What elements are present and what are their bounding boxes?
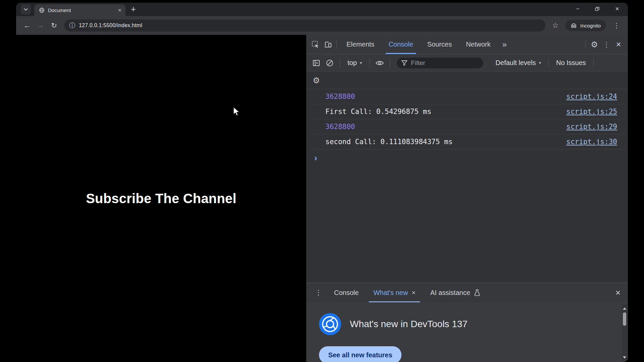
tab-sources[interactable]: Sources: [420, 35, 459, 54]
drawer-scrollbar[interactable]: [622, 304, 627, 362]
whats-new-panel: What's new in DevTools 137 See all new f…: [306, 302, 628, 362]
web-page: Subscribe The Channel: [16, 35, 306, 362]
divider: [340, 59, 340, 67]
scroll-down-icon[interactable]: [623, 356, 626, 360]
address-bar[interactable]: ⓘ 127.0.0.1:5500/index.html: [64, 19, 545, 32]
tab-console[interactable]: Console: [381, 35, 420, 54]
browser-menu-button[interactable]: ⋮: [610, 22, 623, 29]
tab-close-icon[interactable]: ×: [118, 7, 121, 13]
issues-counter[interactable]: No Issues: [553, 59, 589, 67]
console-empty-area[interactable]: [306, 162, 628, 283]
context-selector[interactable]: top ▾: [344, 59, 365, 67]
whats-new-header: What's new in DevTools 137: [319, 313, 628, 335]
window-restore-button[interactable]: [595, 6, 600, 11]
console-message-row[interactable]: second Call: 0.111083984375 ms script.js…: [311, 134, 627, 149]
divider: [548, 59, 549, 67]
devtools-tab-bar: Elements Console Sources Network » ⚙ ⋮ ×: [306, 35, 628, 54]
console-toolbar: top ▾ Default levels ▾ No Issues: [306, 54, 628, 72]
chevron-down-icon: [24, 8, 28, 11]
window-close-button[interactable]: ×: [615, 5, 619, 12]
tab-network[interactable]: Network: [459, 35, 497, 54]
device-toolbar-icon[interactable]: [322, 39, 334, 51]
incognito-icon: [570, 23, 577, 28]
content-area: Subscribe The Channel Elements Console S…: [16, 35, 628, 362]
devtools-drawer: ⋮ Console What's new × AI assistance ×: [306, 283, 628, 362]
devtools-close-icon[interactable]: ×: [612, 39, 625, 51]
console-message-text: First Call: 0.54296875 ms: [325, 108, 566, 116]
see-all-features-button[interactable]: See all new features: [319, 346, 401, 362]
mouse-cursor: [233, 107, 241, 117]
console-prompt-icon: ›: [314, 153, 317, 163]
divider: [390, 59, 390, 67]
log-levels-dropdown[interactable]: Default levels ▾: [492, 59, 544, 67]
whats-new-title: What's new in DevTools 137: [350, 319, 468, 329]
source-link[interactable]: script.js:25: [566, 108, 617, 116]
console-message-row[interactable]: 3628800 script.js:29: [311, 119, 627, 134]
console-message-text: 3628800: [325, 93, 566, 101]
console-prompt[interactable]: ›: [306, 149, 628, 162]
console-message-text: 3628800: [325, 123, 566, 131]
drawer-tab-whats-new[interactable]: What's new ×: [366, 283, 423, 302]
window-controls: − ×: [576, 5, 619, 12]
close-tab-icon[interactable]: ×: [412, 289, 416, 297]
incognito-badge: Incognito: [565, 20, 606, 31]
flask-icon: [474, 289, 480, 296]
divider: [369, 59, 370, 67]
tab-strip: Document × + − ×: [16, 3, 628, 16]
console-message-text: second Call: 0.111083984375 ms: [325, 138, 566, 146]
clear-console-icon[interactable]: [324, 57, 336, 69]
new-tab-button[interactable]: +: [131, 5, 136, 13]
drawer-menu-icon[interactable]: ⋮: [310, 289, 327, 297]
site-info-icon[interactable]: ⓘ: [69, 21, 75, 29]
console-message-row[interactable]: First Call: 0.54296875 ms script.js:25: [311, 104, 627, 119]
filter-container: [397, 58, 483, 68]
source-link[interactable]: script.js:24: [566, 93, 617, 101]
scrollbar-thumb[interactable]: [623, 312, 626, 326]
browser-window: Document × + − × ← → ↻ ⓘ 127.0.0.1:5500/…: [16, 3, 628, 362]
divider: [585, 40, 586, 49]
forward-button[interactable]: →: [35, 20, 46, 31]
console-messages: 3628800 script.js:24 First Call: 0.54296…: [306, 89, 628, 149]
bookmark-star-icon[interactable]: ☆: [552, 21, 558, 29]
console-settings-row: ⚙: [306, 72, 628, 89]
drawer-tab-console[interactable]: Console: [327, 283, 366, 302]
window-minimize-button[interactable]: −: [576, 6, 579, 12]
page-heading: Subscribe The Channel: [16, 191, 306, 206]
more-tabs-icon[interactable]: »: [498, 40, 512, 49]
globe-icon: [39, 7, 45, 13]
source-link[interactable]: script.js:29: [566, 123, 617, 131]
console-settings-icon[interactable]: ⚙: [310, 74, 322, 86]
back-button[interactable]: ←: [21, 20, 33, 31]
divider: [336, 40, 337, 49]
drawer-tab-ai-assistance[interactable]: AI assistance: [423, 283, 488, 302]
eye-icon[interactable]: [374, 57, 386, 69]
filter-funnel-icon: [401, 60, 408, 66]
console-sidebar-toggle-icon[interactable]: [310, 57, 322, 69]
filter-input[interactable]: [397, 58, 483, 68]
incognito-label: Incognito: [580, 23, 601, 28]
scroll-up-icon[interactable]: [623, 306, 626, 310]
tab-elements[interactable]: Elements: [339, 35, 381, 54]
source-link[interactable]: script.js:30: [566, 138, 617, 146]
url-text: 127.0.0.1:5500/index.html: [79, 22, 142, 28]
drawer-close-icon[interactable]: ×: [612, 288, 624, 298]
tab-search-button[interactable]: [21, 4, 31, 14]
divider: [593, 59, 594, 67]
browser-toolbar: ← → ↻ ⓘ 127.0.0.1:5500/index.html ☆ Inco…: [16, 16, 628, 35]
browser-tab-document[interactable]: Document ×: [34, 4, 125, 16]
reload-button[interactable]: ↻: [48, 20, 60, 31]
restore-icon: [595, 6, 600, 11]
inspect-element-icon[interactable]: [310, 39, 322, 51]
chevron-down-icon: ▾: [539, 60, 541, 65]
devtools-logo-icon: [319, 313, 341, 335]
devtools-panel: Elements Console Sources Network » ⚙ ⋮ ×: [306, 35, 628, 362]
tab-title: Document: [48, 7, 115, 13]
console-message-row[interactable]: 3628800 script.js:24: [311, 89, 627, 104]
drawer-tab-bar: ⋮ Console What's new × AI assistance ×: [306, 283, 628, 302]
devtools-menu-icon[interactable]: ⋮: [600, 39, 612, 51]
devtools-settings-icon[interactable]: ⚙: [588, 39, 600, 51]
chevron-down-icon: ▾: [360, 60, 362, 65]
